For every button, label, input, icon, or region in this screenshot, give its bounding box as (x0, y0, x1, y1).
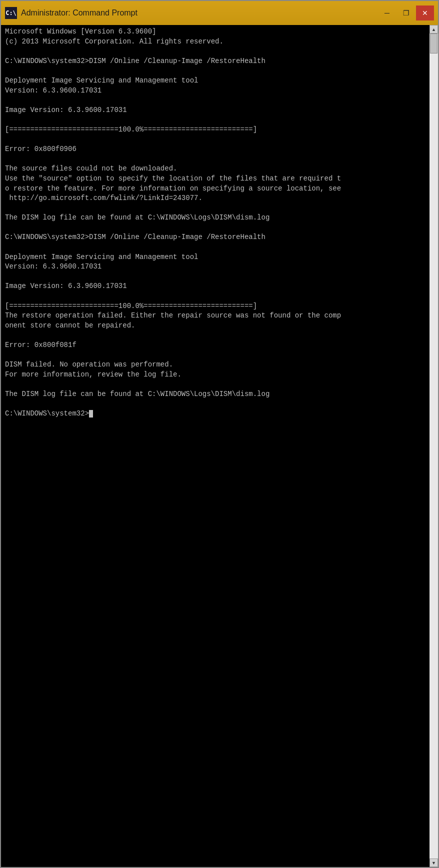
maximize-button[interactable]: ❐ (397, 6, 415, 20)
terminal-cursor (89, 410, 93, 418)
command-prompt-window: C:\ Administrator: Command Prompt ─ ❐ ✕ … (0, 0, 439, 868)
title-bar: C:\ Administrator: Command Prompt ─ ❐ ✕ (1, 1, 438, 25)
app-icon: C:\ (5, 7, 17, 19)
scrollbar-thumb[interactable] (430, 34, 438, 54)
terminal-output[interactable]: Microsoft Windows [Version 6.3.9600] (c)… (1, 25, 430, 867)
scrollbar[interactable]: ▲ ▼ (430, 25, 438, 867)
title-bar-left: C:\ Administrator: Command Prompt (5, 7, 138, 19)
minimize-button[interactable]: ─ (378, 6, 396, 20)
window-controls: ─ ❐ ✕ (378, 6, 434, 20)
scrollbar-track[interactable] (430, 34, 438, 858)
scroll-up-button[interactable]: ▲ (430, 25, 438, 34)
scroll-down-button[interactable]: ▼ (430, 858, 438, 867)
window-body: Microsoft Windows [Version 6.3.9600] (c)… (1, 25, 438, 867)
window-title: Administrator: Command Prompt (21, 8, 138, 18)
close-button[interactable]: ✕ (416, 6, 434, 20)
